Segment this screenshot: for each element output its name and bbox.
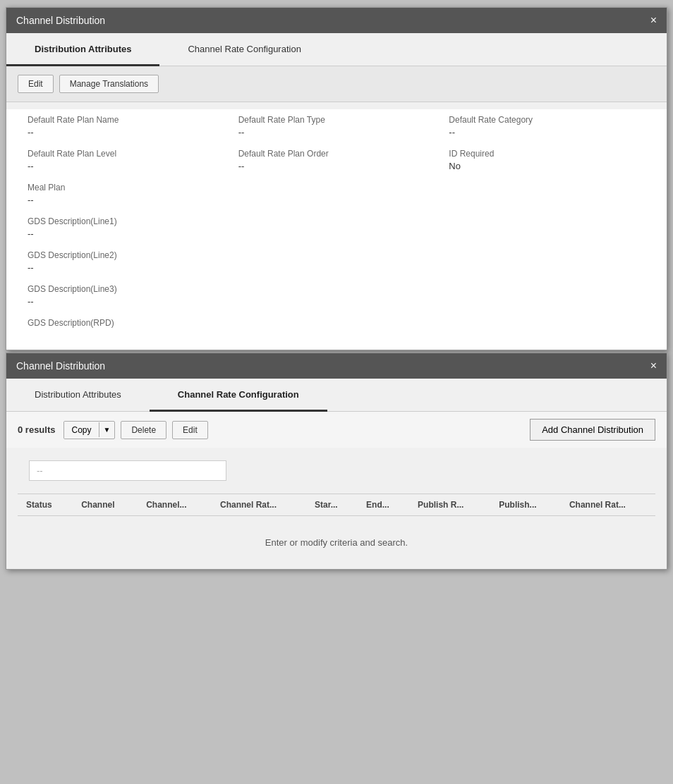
field-default-rate-plan-name: Default Rate Plan Name -- (20, 109, 231, 143)
field-gds-line2: GDS Description(Line2) -- (20, 245, 653, 278)
field-value-id-required: No (449, 161, 645, 171)
modal2-header: Channel Distribution × (6, 353, 667, 379)
field-label-id-required: ID Required (449, 149, 645, 159)
modal1-content: Default Rate Plan Name -- Default Rate P… (6, 109, 667, 350)
field-label-gds-rpd: GDS Description(RPD) (28, 318, 645, 328)
copy-button-container[interactable]: Copy ▼ (63, 421, 115, 439)
tab2-channel-rate-configuration[interactable]: Channel Rate Configuration (150, 379, 327, 412)
col-end: End... (358, 494, 409, 516)
modal2-results-bar: 0 results Copy ▼ Delete Edit Add Channel… (6, 412, 667, 448)
tab-distribution-attributes[interactable]: Distribution Attributes (6, 34, 159, 66)
field-label-gds-line2: GDS Description(Line2) (28, 250, 645, 260)
field-gds-line1: GDS Description(Line1) -- (20, 211, 653, 245)
modal2-close-button[interactable]: × (650, 360, 657, 372)
modal1-header: Channel Distribution × (6, 8, 667, 33)
manage-translations-button[interactable]: Manage Translations (59, 75, 159, 93)
field-value-gds-line2: -- (28, 262, 645, 273)
modal2-body: Distribution Attributes Channel Rate Con… (6, 379, 667, 569)
col-channel2: Channel... (138, 494, 212, 516)
field-value-gds-line1: -- (28, 228, 645, 239)
modal-distribution-attributes: Channel Distribution × Distribution Attr… (6, 7, 667, 350)
search-container (6, 448, 667, 494)
col-publish: Publish... (490, 494, 561, 516)
results-count: 0 results (18, 424, 55, 435)
col-start: Star... (306, 494, 358, 516)
tab-channel-rate-configuration[interactable]: Channel Rate Configuration (159, 34, 329, 66)
col-status: Status (18, 494, 73, 516)
field-meal-plan: Meal Plan -- (20, 177, 231, 211)
col-channel-rat: Channel Rat... (212, 494, 306, 516)
delete-button[interactable]: Delete (121, 421, 166, 439)
table-container: Status Channel Channel... Channel Rat...… (6, 494, 667, 569)
field-value-meal-plan: -- (28, 195, 224, 205)
modal-channel-rate-configuration: Channel Distribution × Distribution Attr… (6, 353, 667, 570)
field-default-rate-plan-type: Default Rate Plan Type -- (231, 109, 442, 143)
modal1-close-button[interactable]: × (650, 15, 657, 26)
modal2-tabs: Distribution Attributes Channel Rate Con… (6, 379, 667, 412)
empty-message: Enter or modify criteria and search. (18, 516, 655, 570)
field-label-default-rate-plan-level: Default Rate Plan Level (28, 149, 224, 159)
field-default-rate-category: Default Rate Category -- (442, 109, 653, 143)
field-gds-rpd: GDS Description(RPD) (20, 312, 653, 336)
col-channel-rat2: Channel Rat... (561, 494, 655, 516)
search-input[interactable] (29, 460, 226, 481)
copy-dropdown-arrow[interactable]: ▼ (99, 422, 115, 437)
field-label-default-rate-category: Default Rate Category (449, 115, 645, 125)
edit-button[interactable]: Edit (18, 75, 54, 93)
field-label-default-rate-plan-name: Default Rate Plan Name (28, 115, 224, 125)
modal1-tabs: Distribution Attributes Channel Rate Con… (6, 33, 667, 66)
field-value-default-rate-category: -- (449, 127, 645, 137)
field-value-default-rate-plan-order: -- (238, 161, 435, 171)
modal1-title: Channel Distribution (16, 15, 105, 26)
field-label-gds-line3: GDS Description(Line3) (28, 284, 645, 294)
field-value-default-rate-plan-name: -- (28, 127, 224, 137)
field-default-rate-plan-order: Default Rate Plan Order -- (231, 143, 442, 177)
modal1-toolbar: Edit Manage Translations (6, 66, 667, 102)
tab2-distribution-attributes[interactable]: Distribution Attributes (6, 379, 150, 412)
edit-button-2[interactable]: Edit (172, 421, 208, 439)
copy-button[interactable]: Copy (64, 422, 98, 439)
table-header-row: Status Channel Channel... Channel Rat...… (18, 494, 655, 516)
data-table: Status Channel Channel... Channel Rat...… (18, 494, 655, 569)
field-default-rate-plan-level: Default Rate Plan Level -- (20, 143, 231, 177)
field-label-gds-line1: GDS Description(Line1) (28, 216, 645, 226)
empty-row: Enter or modify criteria and search. (18, 516, 655, 570)
modal1-body: Distribution Attributes Channel Rate Con… (6, 33, 667, 350)
field-label-default-rate-plan-type: Default Rate Plan Type (238, 115, 435, 125)
col-channel: Channel (73, 494, 138, 516)
field-label-meal-plan: Meal Plan (28, 183, 224, 192)
field-label-default-rate-plan-order: Default Rate Plan Order (238, 149, 435, 159)
field-value-default-rate-plan-type: -- (238, 127, 435, 137)
field-value-gds-line3: -- (28, 296, 645, 307)
field-id-required: ID Required No (442, 143, 653, 177)
add-channel-distribution-button[interactable]: Add Channel Distribution (530, 419, 655, 441)
field-gds-line3: GDS Description(Line3) -- (20, 278, 653, 312)
field-value-default-rate-plan-level: -- (28, 161, 224, 171)
col-publish-r: Publish R... (409, 494, 490, 516)
modal2-title: Channel Distribution (16, 360, 105, 372)
